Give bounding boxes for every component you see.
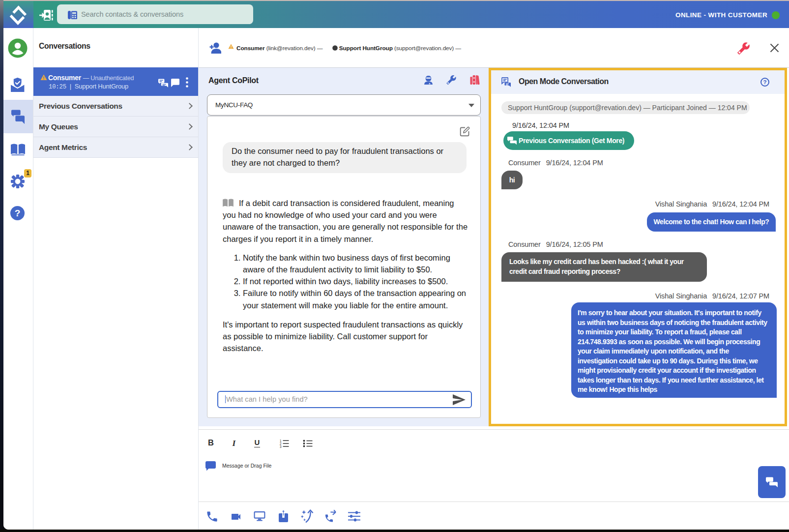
svg-text:3: 3 bbox=[280, 444, 282, 448]
